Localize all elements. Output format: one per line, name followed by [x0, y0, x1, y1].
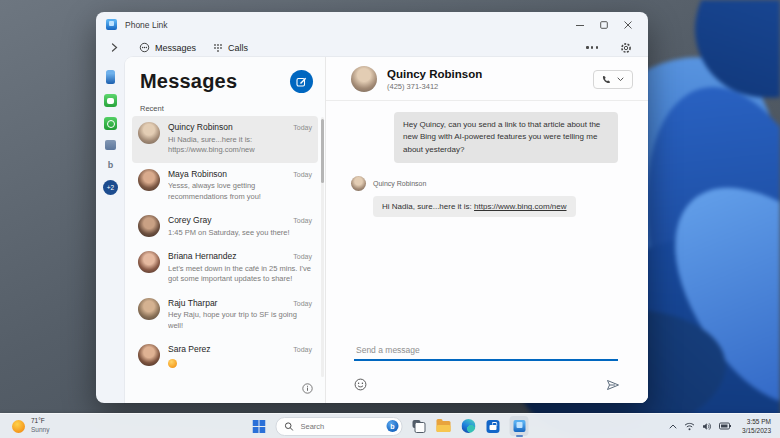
- phone-device-icon[interactable]: [106, 70, 115, 84]
- contact-name: Maya Robinson: [168, 169, 227, 179]
- conversation-time: Today: [293, 253, 312, 260]
- edge-icon: [462, 419, 476, 433]
- expand-panel-button[interactable]: [111, 43, 118, 52]
- pinned-app-icon[interactable]: [105, 140, 116, 150]
- messages-pane-title: Messages: [140, 70, 237, 93]
- chevron-right-icon: [111, 43, 118, 52]
- send-icon: [606, 379, 620, 391]
- message-preview: Let's meet down in the café in 25 mins. …: [168, 264, 312, 285]
- phone-link-window: Phone Link Messages Calls: [96, 12, 648, 403]
- conversation-time: Today: [293, 124, 312, 131]
- call-button[interactable]: [593, 70, 633, 89]
- weather-condition: Sunny: [31, 426, 49, 435]
- clock[interactable]: 3:55 PM 3/15/2023: [742, 417, 771, 435]
- contact-name: Corey Gray: [168, 215, 211, 225]
- avatar: [138, 169, 160, 191]
- close-button[interactable]: [624, 21, 632, 29]
- new-message-button[interactable]: [290, 70, 313, 93]
- send-button[interactable]: [606, 379, 620, 391]
- gear-icon: [620, 42, 632, 54]
- calls-tab-icon: [213, 43, 223, 53]
- content-card: Messages Recent Quincy Robinson Today: [125, 57, 648, 403]
- task-view-icon: [413, 420, 426, 433]
- conversation-item-corey[interactable]: Corey Gray Today 1:45 PM on Saturday, se…: [132, 209, 318, 245]
- message-input[interactable]: [354, 341, 618, 361]
- conversation-list: Quincy Robinson Today Hi Nadia, sure...h…: [125, 116, 325, 403]
- chevron-down-icon: [617, 77, 624, 82]
- messages-tab-icon: [139, 42, 150, 53]
- titlebar: Phone Link: [96, 12, 648, 35]
- tab-calls[interactable]: Calls: [211, 40, 250, 56]
- folder-icon: [437, 421, 451, 432]
- conversation-item-maya[interactable]: Maya Robinson Today Yesss, always love g…: [132, 163, 318, 210]
- conversation-item-briana[interactable]: Briana Hernandez Today Let's meet down i…: [132, 245, 318, 292]
- recent-section-label: Recent: [125, 95, 325, 116]
- avatar: [138, 122, 160, 144]
- tab-messages-label: Messages: [155, 43, 196, 53]
- info-icon: [302, 383, 313, 394]
- conversation-item-sara[interactable]: Sara Perez Today: [132, 338, 318, 378]
- contact-name: Briana Hernandez: [168, 251, 237, 261]
- weather-widget[interactable]: 71°F Sunny: [0, 417, 49, 435]
- avatar: [138, 215, 160, 237]
- bing-search-icon[interactable]: b: [387, 420, 399, 432]
- minimize-button[interactable]: [576, 21, 584, 29]
- microsoft-store-button[interactable]: [486, 419, 501, 434]
- message-preview: Hey Raju, hope your trip to SF is going …: [168, 310, 312, 331]
- settings-button[interactable]: [620, 42, 632, 54]
- tab-messages[interactable]: Messages: [137, 39, 198, 56]
- tab-calls-label: Calls: [228, 43, 248, 53]
- maximize-icon: [600, 21, 608, 29]
- bing-app-icon[interactable]: b: [108, 160, 114, 170]
- battery-icon: [719, 422, 731, 430]
- volume-button[interactable]: [702, 422, 712, 431]
- app-rail: b +2: [96, 62, 125, 403]
- clock-time: 3:55 PM: [742, 417, 771, 426]
- photos-app-icon[interactable]: [104, 117, 117, 130]
- minimize-icon: [576, 21, 584, 29]
- conversation-time: Today: [293, 217, 312, 224]
- sender-name: Quincy Robinson: [373, 180, 426, 187]
- more-apps-badge[interactable]: +2: [103, 180, 118, 195]
- battery-button[interactable]: [719, 422, 731, 430]
- start-button[interactable]: [252, 419, 267, 434]
- contact-name: Sara Perez: [168, 344, 211, 354]
- taskbar-search-box[interactable]: b: [276, 417, 403, 436]
- incoming-message-bubble: Hi Nadia, sure...here it is: https://www…: [373, 196, 576, 217]
- edge-browser-button[interactable]: [461, 418, 477, 434]
- incoming-message-group: Quincy Robinson Hi Nadia, sure...here it…: [351, 176, 618, 217]
- messages-list-pane: Messages Recent Quincy Robinson Today: [125, 57, 326, 403]
- message-preview: 1:45 PM on Saturday, see you there!: [168, 228, 312, 239]
- grinning-face-emoji: [168, 359, 177, 368]
- weather-temp: 71°F: [31, 417, 49, 426]
- avatar: [138, 298, 160, 320]
- search-input[interactable]: [299, 421, 382, 432]
- close-icon: [624, 21, 632, 29]
- emoji-button[interactable]: [354, 378, 367, 391]
- more-options-button[interactable]: [586, 46, 598, 48]
- contact-name-header: Quincy Robinson: [387, 68, 482, 80]
- list-scrollbar[interactable]: [321, 117, 324, 377]
- clock-date: 3/15/2023: [742, 426, 771, 435]
- file-explorer-button[interactable]: [436, 420, 452, 433]
- taskbar: 71°F Sunny b: [0, 413, 780, 438]
- sender-avatar: [351, 176, 366, 191]
- maximize-button[interactable]: [600, 21, 608, 29]
- conversation-time: Today: [293, 346, 312, 353]
- wifi-button[interactable]: [684, 422, 695, 431]
- chevron-up-icon: [669, 424, 677, 429]
- task-view-button[interactable]: [412, 419, 427, 434]
- conversation-item-raju[interactable]: Raju Tharpar Today Hey Raju, hope your t…: [132, 292, 318, 339]
- message-preview: Hi Nadia, sure...here it is: https://www…: [168, 135, 312, 156]
- store-icon: [487, 420, 500, 433]
- message-link[interactable]: https://www.bing.com/new: [474, 202, 566, 211]
- search-icon: [285, 422, 294, 431]
- system-tray: 3:55 PM 3/15/2023: [669, 417, 780, 435]
- messages-app-icon[interactable]: [104, 94, 117, 107]
- info-button[interactable]: [302, 383, 313, 394]
- conversation-item-quincy[interactable]: Quincy Robinson Today Hi Nadia, sure...h…: [132, 116, 318, 163]
- sunny-weather-icon: [12, 420, 25, 433]
- avatar: [138, 251, 160, 273]
- tray-overflow-button[interactable]: [669, 424, 677, 429]
- phone-link-taskbar-button[interactable]: [510, 416, 529, 436]
